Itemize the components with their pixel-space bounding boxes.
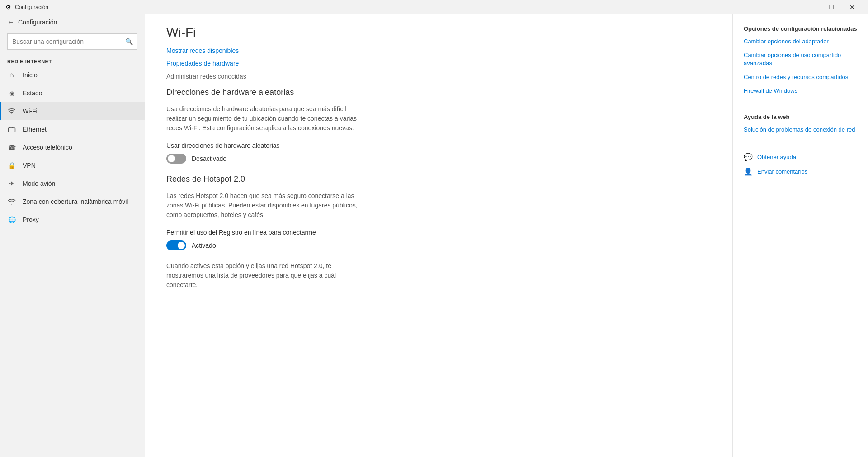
sidebar-item-proxy[interactable]: 🌐 Proxy — [0, 211, 145, 229]
toggle-hotspot-row: Activado — [166, 240, 711, 250]
search-button[interactable]: 🔍 — [121, 33, 137, 50]
section-hotspot-desc: Las redes Hotspot 2.0 hacen que sea más … — [166, 191, 365, 220]
minimize-button[interactable]: — — [800, 0, 821, 14]
app-container: ← Configuración 🔍 Red e Internet ⌂ Inici… — [0, 14, 868, 457]
help-item-obtener[interactable]: 💬 Obtener ayuda — [744, 152, 857, 161]
feedback-icon: 👤 — [744, 167, 753, 176]
sidebar-item-ethernet[interactable]: Ethernet — [0, 120, 145, 138]
ethernet-icon — [7, 125, 16, 134]
link-obtener-ayuda: Obtener ayuda — [757, 154, 796, 160]
sidebar-item-estado[interactable]: ◉ Estado — [0, 84, 145, 102]
link-mostrar-redes[interactable]: Mostrar redes disponibles — [166, 47, 711, 54]
sidebar-item-label-zona: Zona con cobertura inalámbrica móvil — [23, 198, 128, 205]
sidebar-item-label-proxy: Proxy — [23, 216, 39, 223]
section-hotspot-note: Cuando actives esta opción y elijas una … — [166, 261, 365, 290]
window-controls: — ❐ ✕ — [800, 0, 863, 14]
airplane-icon: ✈ — [7, 179, 16, 188]
link-centro-redes[interactable]: Centro de redes y recursos compartidos — [744, 73, 857, 81]
toggle-hardware-knob — [168, 155, 175, 162]
sidebar-item-label-acceso: Acceso telefónico — [23, 144, 72, 151]
help-icon: 💬 — [744, 152, 753, 161]
back-button[interactable]: ← Configuración — [0, 14, 145, 30]
zona-icon — [7, 197, 16, 206]
sidebar-item-wifi[interactable]: Wi-Fi — [0, 102, 145, 120]
back-icon: ← — [7, 18, 14, 26]
link-firewall[interactable]: Firewall de Windows — [744, 87, 857, 95]
right-panel: Opciones de configuración relacionadas C… — [732, 14, 868, 457]
wifi-icon — [7, 107, 16, 116]
text-administrar: Administrar redes conocidas — [166, 73, 246, 80]
window-title: Configuración — [15, 4, 800, 10]
toggle-hardware-switch[interactable] — [166, 154, 186, 164]
proxy-icon: 🌐 — [7, 215, 16, 224]
search-input[interactable] — [8, 38, 121, 45]
acceso-icon: ☎ — [7, 143, 16, 152]
sidebar-item-label-wifi: Wi-Fi — [23, 108, 38, 115]
restore-button[interactable]: ❐ — [821, 0, 842, 14]
toggle-hardware-label: Usar direcciones de hardware aleatorias — [166, 142, 711, 149]
sidebar-item-label-ethernet: Ethernet — [23, 126, 47, 133]
sidebar-section-label: Red e Internet — [0, 53, 145, 66]
sidebar-item-zona[interactable]: Zona con cobertura inalámbrica móvil — [0, 193, 145, 211]
link-solucion[interactable]: Solución de problemas de conexión de red — [744, 126, 857, 134]
right-divider — [744, 104, 857, 104]
sidebar-item-vpn[interactable]: 🔒 VPN — [0, 156, 145, 174]
sidebar-item-label-modo-avion: Modo avión — [23, 180, 55, 187]
link-cambiar-adaptador[interactable]: Cambiar opciones del adaptador — [744, 38, 857, 46]
toggle-hardware-row: Desactivado — [166, 154, 711, 164]
estado-icon: ◉ — [7, 89, 16, 98]
sidebar-item-label-estado: Estado — [23, 90, 42, 97]
svg-point-2 — [11, 204, 12, 205]
titlebar: ⚙ Configuración — ❐ ✕ — [0, 0, 868, 14]
link-propiedades-hardware[interactable]: Propiedades de hardware — [166, 60, 711, 67]
toggle-hotspot-switch[interactable] — [166, 240, 186, 250]
help-section-title: Ayuda de la web — [744, 113, 857, 120]
sidebar-item-acceso[interactable]: ☎ Acceso telefónico — [0, 138, 145, 156]
sidebar-item-modo-avion[interactable]: ✈ Modo avión — [0, 174, 145, 193]
toggle-hotspot-state: Activado — [192, 242, 216, 249]
toggle-hotspot-knob — [178, 242, 185, 249]
page-title: Wi-Fi — [166, 25, 711, 40]
toggle-hardware-state: Desactivado — [192, 155, 226, 162]
help-item-enviar[interactable]: 👤 Enviar comentarios — [744, 167, 857, 176]
svg-point-0 — [11, 113, 12, 114]
vpn-icon: 🔒 — [7, 161, 16, 170]
link-enviar-comentarios: Enviar comentarios — [757, 168, 807, 175]
app-icon: ⚙ — [5, 4, 11, 11]
sidebar: ← Configuración 🔍 Red e Internet ⌂ Inici… — [0, 14, 145, 457]
sidebar-app-title: Configuración — [18, 19, 57, 26]
search-box: 🔍 — [7, 33, 137, 50]
main-content: Wi-Fi Mostrar redes disponibles Propieda… — [145, 14, 732, 457]
sidebar-item-label-inicio: Inicio — [23, 71, 38, 79]
link-cambiar-compartido[interactable]: Cambiar opciones de uso compartido avanz… — [744, 51, 857, 67]
section-hardware-desc: Usa direcciones de hardware aleatorias p… — [166, 104, 365, 133]
section-hardware-title: Direcciones de hardware aleatorias — [166, 88, 711, 97]
home-icon: ⌂ — [7, 71, 16, 80]
section-hotspot-title: Redes de Hotspot 2.0 — [166, 174, 711, 184]
sidebar-item-inicio[interactable]: ⌂ Inicio — [0, 66, 145, 84]
close-button[interactable]: ✕ — [842, 0, 863, 14]
sidebar-item-label-vpn: VPN — [23, 162, 36, 169]
right-divider-2 — [744, 143, 857, 143]
config-section-title: Opciones de configuración relacionadas — [744, 25, 857, 32]
svg-rect-1 — [9, 128, 15, 132]
toggle-hotspot-label: Permitir el uso del Registro en línea pa… — [166, 229, 711, 236]
